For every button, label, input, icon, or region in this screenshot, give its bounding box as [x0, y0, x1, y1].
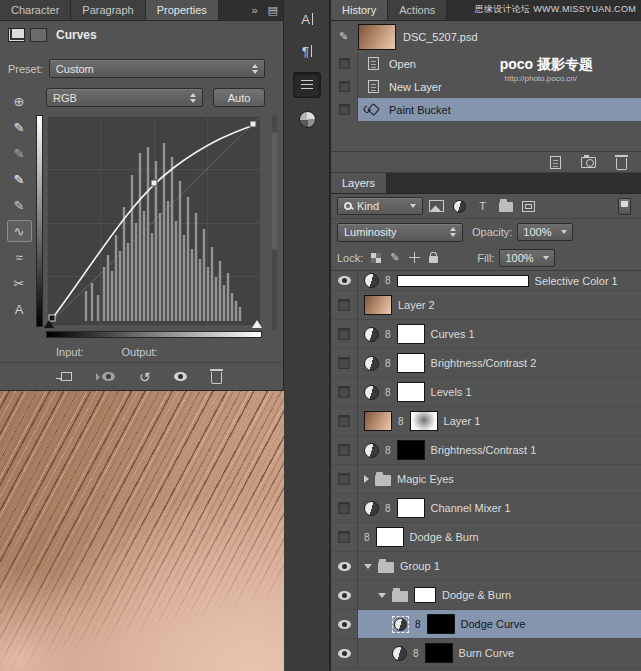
mask-thumbnail[interactable] [397, 353, 425, 373]
visibility-toggle[interactable] [331, 407, 358, 435]
tab-properties[interactable]: Properties [146, 0, 219, 20]
layer-row[interactable]: 8 Layer 1 [331, 407, 641, 436]
reset-icon[interactable]: ↺ [139, 370, 151, 384]
preset-dropdown[interactable]: Custom [49, 59, 265, 78]
visibility-toggle[interactable] [331, 378, 358, 406]
visibility-toggle[interactable] [331, 436, 358, 464]
delete-state-icon[interactable] [616, 158, 627, 170]
mask-thumbnail[interactable] [397, 275, 529, 287]
selected-adjustment-icon[interactable] [392, 616, 409, 633]
layer-row[interactable]: 8 Curves 1 [331, 320, 641, 349]
layer-name[interactable]: Dodge & Burn [410, 531, 479, 543]
mask-thumbnail[interactable] [425, 643, 453, 663]
layer-name[interactable]: Brightness/Contrast 2 [431, 357, 537, 369]
paragraph-panel-icon[interactable]: ¶ [293, 38, 321, 64]
layer-name[interactable]: Brightness/Contrast 1 [431, 444, 537, 456]
blend-mode-dropdown[interactable]: Luminosity [337, 223, 463, 242]
layer-row[interactable]: 8 Brightness/Contrast 1 [331, 436, 641, 465]
layer-name[interactable]: Curves 1 [431, 328, 475, 340]
pencil-tool[interactable]: ✎ [7, 194, 32, 216]
layer-name[interactable]: Group 1 [400, 560, 440, 572]
layer-group-row[interactable]: Group 1 [331, 552, 641, 581]
white-input-slider[interactable] [252, 320, 262, 328]
filter-type-layers-icon[interactable]: T [473, 198, 492, 215]
new-document-from-state-icon[interactable] [550, 156, 561, 169]
delete-adjustment-icon[interactable] [211, 372, 222, 384]
clip-tool[interactable]: ✂ [7, 272, 32, 294]
properties-panel-icon[interactable] [293, 72, 321, 98]
fill-dropdown[interactable]: 100% [499, 249, 555, 267]
adjustment-icon[interactable] [364, 385, 379, 400]
visibility-toggle[interactable] [331, 291, 358, 319]
clip-to-layer-icon[interactable] [61, 372, 72, 381]
layer-thumbnail[interactable] [364, 411, 392, 431]
history-state-open[interactable]: Open [331, 52, 641, 75]
layer-group-row[interactable]: Dodge & Burn [331, 581, 641, 610]
layer-group-row[interactable]: Magic Eyes [331, 465, 641, 494]
lock-position-icon[interactable] [409, 252, 420, 263]
character-panel-icon[interactable]: A [293, 6, 321, 32]
mask-badge-icon[interactable] [30, 28, 47, 42]
layer-row-selected[interactable]: 8 Dodge Curve [331, 610, 641, 639]
curves-graph[interactable] [46, 115, 262, 327]
mask-thumbnail[interactable] [397, 324, 425, 344]
mid-point-marker[interactable] [151, 180, 157, 186]
layer-row[interactable]: Layer 2 [331, 291, 641, 320]
lock-all-icon[interactable] [429, 256, 438, 263]
layer-name[interactable]: Magic Eyes [397, 473, 454, 485]
mask-thumbnail[interactable] [397, 440, 425, 460]
panel-menu-icon[interactable]: ▤ [263, 0, 283, 20]
view-previous-state-icon[interactable] [96, 372, 115, 381]
properties-scrollbar[interactable] [272, 115, 277, 330]
visibility-toggle[interactable] [331, 271, 358, 290]
antialias-tool[interactable]: A [7, 298, 32, 320]
mask-thumbnail[interactable] [410, 411, 438, 431]
filtering-toggle-switch[interactable] [618, 198, 631, 215]
folder-icon[interactable] [392, 591, 408, 602]
filter-adjustment-layers-icon[interactable] [450, 198, 469, 215]
layer-name[interactable]: Channel Mixer 1 [431, 502, 511, 514]
collapse-panels-icon[interactable]: » [246, 0, 262, 20]
layer-name[interactable]: Layer 2 [398, 299, 435, 311]
adjustment-icon[interactable] [392, 646, 407, 661]
layer-name[interactable]: Levels 1 [431, 386, 472, 398]
channel-dropdown[interactable]: RGB [46, 88, 203, 107]
history-snapshot-row[interactable]: ✎ DSC_5207.psd [331, 21, 641, 52]
filter-smart-objects-icon[interactable] [519, 198, 538, 215]
mask-thumbnail[interactable] [414, 587, 436, 603]
adjustments-panel-icon[interactable] [293, 106, 321, 132]
visibility-toggle[interactable] [331, 494, 358, 522]
visibility-toggle[interactable] [331, 552, 358, 580]
targeted-adjustment-tool[interactable]: ⊕ [7, 90, 32, 112]
visibility-toggle[interactable] [331, 581, 358, 609]
visibility-toggle[interactable] [331, 610, 358, 638]
layer-row[interactable]: 8 Channel Mixer 1 [331, 494, 641, 523]
collapse-group-icon[interactable] [364, 564, 372, 569]
layer-thumbnail[interactable] [364, 295, 392, 315]
layer-name[interactable]: Layer 1 [444, 415, 481, 427]
black-point-eyedropper[interactable]: ✎ [7, 116, 32, 138]
snapshot-thumbnail[interactable] [358, 24, 396, 50]
opacity-dropdown[interactable]: 100% [517, 223, 573, 241]
layer-row[interactable]: 8 Dodge & Burn [331, 523, 641, 552]
folder-icon[interactable] [378, 562, 394, 573]
document-canvas[interactable] [0, 390, 284, 671]
filter-kind-dropdown[interactable]: Kind [337, 197, 423, 215]
visibility-toggle[interactable] [331, 639, 358, 667]
tab-actions[interactable]: Actions [388, 0, 447, 20]
layer-name[interactable]: Dodge & Burn [442, 589, 511, 601]
adjustment-icon[interactable] [364, 443, 379, 458]
visibility-toggle[interactable] [331, 349, 358, 377]
visibility-toggle[interactable] [331, 320, 358, 348]
layer-name[interactable]: Dodge Curve [461, 618, 526, 630]
gray-point-eyedropper[interactable]: ✎ [7, 142, 32, 164]
adjustment-icon[interactable] [364, 327, 379, 342]
tab-layers[interactable]: Layers [331, 173, 387, 193]
layer-row[interactable]: 8 Brightness/Contrast 2 [331, 349, 641, 378]
tab-character[interactable]: Character [0, 0, 71, 20]
visibility-toggle[interactable] [331, 523, 358, 551]
history-source-checkbox[interactable] [331, 75, 358, 98]
layer-name[interactable]: Selective Color 1 [535, 275, 618, 287]
history-state-paint-bucket[interactable]: Paint Bucket [331, 98, 641, 121]
smooth-curve-tool[interactable]: ≈ [7, 246, 32, 268]
